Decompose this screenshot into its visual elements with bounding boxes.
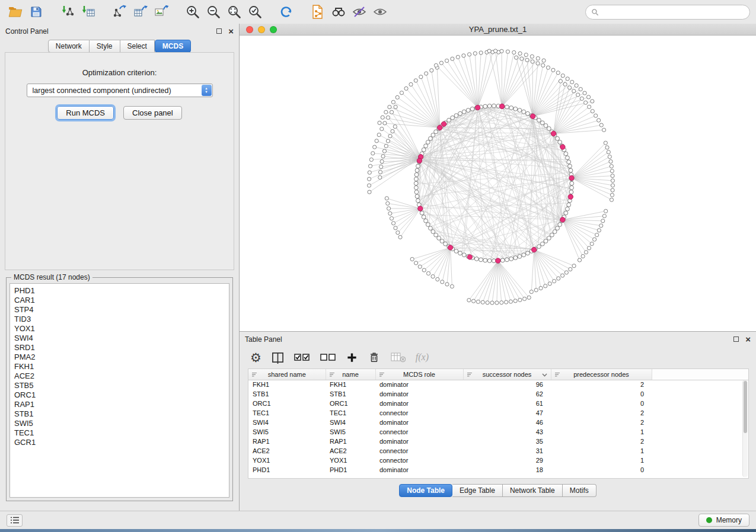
tab-network[interactable]: Network bbox=[48, 40, 90, 53]
tab-select[interactable]: Select bbox=[120, 40, 155, 53]
tab-style[interactable]: Style bbox=[90, 40, 120, 53]
hide-details-icon[interactable] bbox=[350, 2, 369, 21]
result-node[interactable]: SRD1 bbox=[14, 343, 225, 352]
search-box[interactable] bbox=[585, 5, 750, 20]
network-canvas[interactable] bbox=[240, 36, 756, 331]
select-all-columns-icon[interactable] bbox=[294, 352, 310, 363]
cell-mcds-role[interactable]: connector bbox=[375, 456, 463, 465]
cell-predecessor-nodes[interactable]: 1 bbox=[551, 446, 652, 456]
criterion-dropdown[interactable]: largest connected component (undirected)… bbox=[27, 84, 213, 97]
table-row[interactable]: SWI5SWI5connector431 bbox=[248, 427, 748, 437]
cell-successor-nodes[interactable]: 61 bbox=[463, 399, 551, 408]
result-node[interactable]: YOX1 bbox=[14, 324, 225, 334]
result-node[interactable]: ACE2 bbox=[14, 371, 225, 381]
cell-successor-nodes[interactable]: 96 bbox=[463, 380, 551, 389]
result-node[interactable]: RAP1 bbox=[14, 400, 225, 409]
table-tab-motifs[interactable]: Motifs bbox=[563, 484, 596, 497]
cell-shared-name[interactable]: SWI4 bbox=[248, 418, 326, 427]
cell-mcds-role[interactable]: dominator bbox=[375, 380, 463, 389]
result-node[interactable]: ORC1 bbox=[14, 390, 225, 400]
cell-mcds-role[interactable]: dominator bbox=[375, 418, 463, 427]
table-tab-edge-table[interactable]: Edge Table bbox=[452, 484, 503, 497]
cell-name[interactable]: FKH1 bbox=[326, 380, 375, 389]
table-row[interactable]: STB1STB1dominator620 bbox=[248, 389, 748, 399]
close-panel-button[interactable]: Close panel bbox=[123, 106, 182, 120]
cell-predecessor-nodes[interactable]: 0 bbox=[551, 465, 652, 475]
scrollbar-thumb[interactable] bbox=[744, 381, 747, 433]
cell-predecessor-nodes[interactable]: 2 bbox=[551, 437, 652, 446]
column-header-shared-name[interactable]: shared name bbox=[248, 369, 326, 380]
memory-button[interactable]: Memory bbox=[698, 514, 749, 527]
column-header-name[interactable]: name bbox=[326, 369, 375, 380]
result-node[interactable]: TEC1 bbox=[14, 428, 225, 438]
cell-name[interactable]: ORC1 bbox=[326, 399, 375, 408]
tab-mcds[interactable]: MCDS bbox=[155, 40, 191, 53]
cell-predecessor-nodes[interactable]: 0 bbox=[551, 399, 652, 408]
cell-successor-nodes[interactable]: 46 bbox=[463, 418, 551, 427]
save-icon[interactable] bbox=[27, 2, 46, 21]
open-file-icon[interactable] bbox=[6, 2, 25, 21]
cell-name[interactable]: RAP1 bbox=[326, 437, 375, 446]
cell-shared-name[interactable]: STB1 bbox=[248, 389, 326, 399]
zoom-selected-icon[interactable] bbox=[245, 2, 264, 21]
column-header-predecessor-nodes[interactable]: predecessor nodes bbox=[551, 369, 652, 380]
result-node[interactable]: PMA2 bbox=[14, 352, 225, 362]
cell-predecessor-nodes[interactable]: 0 bbox=[551, 389, 652, 399]
column-header-MCDS-role[interactable]: MCDS role bbox=[375, 369, 463, 380]
result-node[interactable]: STB1 bbox=[14, 409, 225, 419]
cell-successor-nodes[interactable]: 35 bbox=[463, 437, 551, 446]
table-row[interactable]: RAP1RAP1dominator352 bbox=[248, 437, 748, 446]
minimize-window-icon[interactable] bbox=[258, 26, 265, 33]
result-node[interactable]: SWI5 bbox=[14, 419, 225, 428]
cell-name[interactable]: SWI4 bbox=[326, 418, 375, 427]
cell-mcds-role[interactable]: dominator bbox=[375, 399, 463, 408]
search-input[interactable] bbox=[602, 8, 744, 16]
function-builder-icon[interactable]: f(x) bbox=[416, 352, 429, 363]
delete-column-icon[interactable] bbox=[368, 351, 381, 364]
table-row[interactable]: TEC1TEC1connector472 bbox=[248, 408, 748, 418]
table-tab-network-table[interactable]: Network Table bbox=[503, 484, 563, 497]
close-window-icon[interactable] bbox=[246, 26, 253, 33]
cell-mcds-role[interactable]: connector bbox=[375, 427, 463, 437]
add-column-icon[interactable] bbox=[346, 352, 358, 363]
result-node[interactable]: TID3 bbox=[14, 315, 225, 324]
cell-shared-name[interactable]: ACE2 bbox=[248, 446, 326, 456]
close-panel-icon[interactable]: × bbox=[228, 27, 234, 36]
cell-predecessor-nodes[interactable]: 1 bbox=[551, 456, 652, 465]
cell-successor-nodes[interactable]: 18 bbox=[463, 465, 551, 475]
cell-successor-nodes[interactable]: 31 bbox=[463, 446, 551, 456]
float-table-panel-icon[interactable] bbox=[733, 336, 739, 342]
cell-name[interactable]: YOX1 bbox=[326, 456, 375, 465]
export-network-icon[interactable] bbox=[110, 2, 129, 21]
cell-name[interactable]: SWI5 bbox=[326, 427, 375, 437]
mcds-result-list[interactable]: PHD1CAR1STP4TID3YOX1SWI4SRD1PMA2FKH1ACE2… bbox=[9, 283, 229, 498]
refresh-icon[interactable] bbox=[277, 2, 296, 21]
cell-successor-nodes[interactable]: 62 bbox=[463, 389, 551, 399]
cell-predecessor-nodes[interactable]: 2 bbox=[551, 380, 652, 389]
cell-shared-name[interactable]: TEC1 bbox=[248, 408, 326, 418]
cell-shared-name[interactable]: ORC1 bbox=[248, 399, 326, 408]
binoculars-icon[interactable] bbox=[329, 2, 348, 21]
export-image-icon[interactable] bbox=[152, 2, 171, 21]
result-node[interactable]: GCR1 bbox=[14, 438, 225, 447]
unselect-all-columns-icon[interactable] bbox=[320, 352, 336, 363]
cell-predecessor-nodes[interactable]: 2 bbox=[551, 408, 652, 418]
cell-name[interactable]: PHD1 bbox=[326, 465, 375, 475]
cell-shared-name[interactable]: SWI5 bbox=[248, 427, 326, 437]
cell-successor-nodes[interactable]: 43 bbox=[463, 427, 551, 437]
table-tab-node-table[interactable]: Node Table bbox=[399, 484, 452, 497]
table-row[interactable]: FKH1FKH1dominator962 bbox=[248, 380, 748, 389]
import-network-icon[interactable] bbox=[58, 2, 77, 21]
task-history-icon[interactable] bbox=[7, 514, 23, 527]
cell-mcds-role[interactable]: connector bbox=[375, 446, 463, 456]
cell-mcds-role[interactable]: connector bbox=[375, 408, 463, 418]
run-mcds-button[interactable]: Run MCDS bbox=[57, 106, 114, 120]
table-row[interactable]: ORC1ORC1dominator610 bbox=[248, 399, 748, 408]
cell-mcds-role[interactable]: dominator bbox=[375, 389, 463, 399]
cell-name[interactable]: TEC1 bbox=[326, 408, 375, 418]
table-row[interactable]: PHD1PHD1dominator180 bbox=[248, 465, 748, 475]
column-layout-icon[interactable] bbox=[272, 351, 284, 364]
cell-shared-name[interactable]: FKH1 bbox=[248, 380, 326, 389]
import-table-icon[interactable] bbox=[79, 2, 98, 21]
table-settings-gear-icon[interactable]: ⚙ bbox=[250, 351, 261, 364]
